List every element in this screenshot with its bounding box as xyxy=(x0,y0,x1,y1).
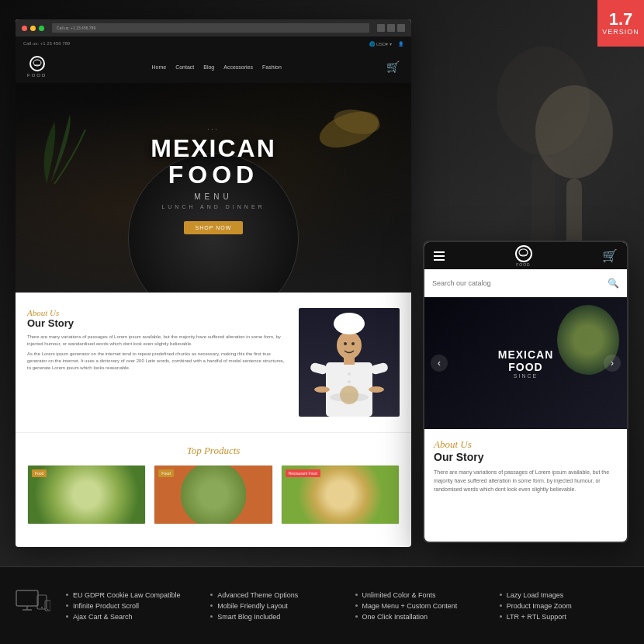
version-number: 1.7 xyxy=(609,11,633,28)
about-title: Our Story xyxy=(27,317,287,329)
site-navigation: FOOD Home Contact Blog Accessories Fashi… xyxy=(16,50,411,83)
mobile-about-para: There are many variations of passages of… xyxy=(434,468,618,494)
mobile-search-bar[interactable]: 🔍 xyxy=(424,269,627,297)
feature-item-3: Unlimited Color & Fonts xyxy=(355,591,484,599)
product-badge-2: Food xyxy=(158,469,173,477)
logo-icon xyxy=(29,56,45,71)
feature-item-11: One Click Installation xyxy=(355,613,484,621)
prev-arrow-button[interactable]: ‹ xyxy=(431,355,448,372)
feature-dot-12 xyxy=(500,615,502,618)
mobile-header: FOOD 🛒 xyxy=(424,242,627,269)
feature-label-3: Unlimited Color & Fonts xyxy=(362,591,436,599)
browser-dot-red xyxy=(22,26,27,31)
mobile-cart-icon[interactable]: 🛒 xyxy=(602,248,618,263)
products-section: Top Products Food Food xyxy=(16,432,411,536)
feature-item-2: Advanced Theme Options xyxy=(210,591,339,599)
chef-hat-logo-icon xyxy=(33,59,42,68)
mobile-search-input[interactable] xyxy=(432,279,601,287)
about-text: About Us Our Story There are many variat… xyxy=(27,308,287,417)
hero-cta-button[interactable]: SHOP NOW xyxy=(184,221,244,234)
feature-label-6: Mobile Friendly Layout xyxy=(217,602,288,610)
svg-point-14 xyxy=(351,342,355,345)
feature-dot-8 xyxy=(500,604,502,607)
mobile-logo-icon xyxy=(515,245,532,262)
product-card-1: Food xyxy=(27,465,146,525)
mobile-about-subtitle: About Us xyxy=(434,438,618,451)
feature-item-5: Infinite Product Scroll xyxy=(66,602,195,610)
feature-dot-7 xyxy=(355,604,358,607)
svg-point-31 xyxy=(47,608,49,610)
feature-label-2: Advanced Theme Options xyxy=(217,591,298,599)
about-para-2: As the Lorem ipsum generator on the inte… xyxy=(27,351,287,372)
mobile-hero-sub: SINCE xyxy=(498,373,554,379)
svg-point-2 xyxy=(535,85,613,178)
feature-dot-10 xyxy=(210,615,213,618)
feature-label-5: Infinite Product Scroll xyxy=(73,602,139,610)
version-label: VERSION xyxy=(602,28,639,36)
product-card-2: Food xyxy=(154,465,272,525)
feature-label-9: Ajax Cart & Search xyxy=(73,613,133,621)
feature-item-7: Mage Menu + Custom Content xyxy=(355,602,484,610)
mobile-chef-hat-icon xyxy=(518,248,528,258)
hero-tagline: LUNCH AND DINNER xyxy=(151,204,276,209)
svg-point-12 xyxy=(334,313,365,334)
svg-point-15 xyxy=(348,372,351,376)
hero-menu: MENU xyxy=(151,192,276,201)
hamburger-line-3 xyxy=(434,259,445,261)
version-badge: 1.7 VERSION xyxy=(597,0,644,47)
nav-contact[interactable]: Contact xyxy=(175,64,194,70)
browser-bar: Call us: +1 23 456 789 xyxy=(16,19,411,36)
feature-label-10: Smart Blog Included xyxy=(217,613,280,621)
mobile-about-section: About Us Our Story There are many variat… xyxy=(424,429,627,504)
top-bar-right: 🌐 USD▾ ▾ 👤 xyxy=(369,41,403,47)
about-chef-image xyxy=(299,308,400,417)
browser-dot-green xyxy=(39,26,44,31)
feature-dot-3 xyxy=(355,594,358,596)
mobile-logo: FOOD xyxy=(515,245,532,267)
cart-icon[interactable]: 🛒 xyxy=(386,61,400,73)
product-image-3: Restaurant Food xyxy=(282,466,399,524)
feature-label-8: Product Image Zoom xyxy=(507,602,572,610)
browser-icon-3 xyxy=(397,24,405,32)
features-bar: EU GDPR Cookie Law Compatible Advanced T… xyxy=(0,566,644,644)
feature-item-10: Smart Blog Included xyxy=(210,613,339,621)
mobile-hero-section: ‹ › MEXICAN FOOD SINCE xyxy=(424,297,627,429)
nav-home[interactable]: Home xyxy=(151,64,166,70)
herb-left xyxy=(31,106,93,203)
feature-item-8: Product Image Zoom xyxy=(500,602,628,610)
feature-dot-4 xyxy=(500,594,502,596)
svg-point-16 xyxy=(348,380,351,383)
mobile-mockup: FOOD 🛒 🔍 ‹ › MEXICAN FOOD SINCE xyxy=(423,241,628,543)
hamburger-menu[interactable] xyxy=(434,251,445,261)
feature-label-4: Lazy Load Images xyxy=(507,591,564,599)
svg-point-22 xyxy=(340,386,358,404)
svg-rect-18 xyxy=(370,362,389,375)
svg-point-20 xyxy=(369,386,384,393)
svg-point-19 xyxy=(314,386,330,393)
feature-dot-2 xyxy=(210,594,213,596)
svg-rect-17 xyxy=(310,362,328,375)
products-title: Top Products xyxy=(27,445,400,457)
feature-dot-11 xyxy=(355,615,358,618)
feature-item-1: EU GDPR Cookie Law Compatible xyxy=(66,591,195,599)
feature-label-11: One Click Installation xyxy=(362,613,428,621)
feature-item-6: Mobile Friendly Layout xyxy=(210,602,339,610)
feature-item-9: Ajax Cart & Search xyxy=(66,613,195,621)
about-section: About Us Our Story There are many variat… xyxy=(16,293,411,432)
herb-right xyxy=(310,99,388,164)
mobile-search-icon[interactable]: 🔍 xyxy=(608,278,619,289)
product-image-2: Food xyxy=(154,466,272,524)
feature-label-1: EU GDPR Cookie Law Compatible xyxy=(73,591,181,599)
nav-links: Home Contact Blog Accessories Fashion xyxy=(151,64,281,70)
feature-item-12: LTR + RTL Support xyxy=(500,613,628,621)
nav-fashion[interactable]: Fashion xyxy=(262,64,282,70)
top-bar-phone: Call us: +1 23 456 789 xyxy=(23,41,70,46)
next-arrow-button[interactable]: › xyxy=(604,355,621,372)
site-top-bar: Call us: +1 23 456 789 🌐 USD▾ ▾ 👤 xyxy=(16,36,411,50)
browser-icon-1 xyxy=(377,24,385,32)
about-subtitle: About Us xyxy=(27,308,287,317)
nav-accessories[interactable]: Accessories xyxy=(223,64,253,70)
chef-image-placeholder xyxy=(299,308,400,417)
nav-blog[interactable]: Blog xyxy=(203,64,214,70)
site-logo: FOOD xyxy=(27,56,47,78)
